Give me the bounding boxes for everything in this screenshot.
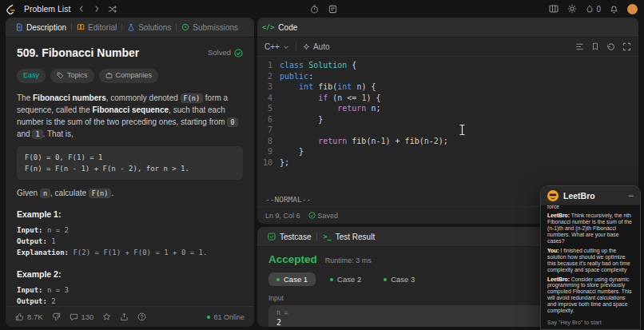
problem-list-link[interactable]: Problem List <box>24 4 70 14</box>
favorite-button[interactable] <box>102 312 111 321</box>
difficulty-badge[interactable]: Easy <box>17 69 46 83</box>
topbar-center <box>310 0 337 18</box>
code-line[interactable]: public: <box>280 71 638 82</box>
description-doc-icon <box>15 23 23 31</box>
bookmark-icon[interactable] <box>591 42 599 51</box>
leetbro-avatar <box>547 190 559 201</box>
next-problem-button[interactable] <box>93 5 101 13</box>
case-pass-dot <box>384 278 387 281</box>
leetbro-footer: Say "Hey Bro" to start <box>541 316 640 329</box>
chat-message: LeetBro: Think recursively, the nth Fibo… <box>547 213 634 245</box>
expand-icon[interactable] <box>622 42 631 51</box>
cursor-position: Ln 9, Col 6 <box>265 212 300 220</box>
topics-label: Topics <box>67 70 88 82</box>
saved-check-icon <box>308 212 316 219</box>
code-tab[interactable]: Code <box>278 23 297 32</box>
minimize-button[interactable]: − <box>628 191 634 201</box>
code-line[interactable]: } <box>280 114 638 125</box>
comments-button[interactable]: 130 <box>70 312 94 321</box>
streak-count: 0 <box>596 5 601 14</box>
terminal-icon: >_ <box>323 233 331 241</box>
given-statement: Given n, calculate F(n). <box>17 187 243 199</box>
code-line[interactable]: int fib(int n) { <box>280 82 638 93</box>
output-label: Output: <box>17 297 47 305</box>
tab-editorial[interactable]: Editorial <box>72 18 121 37</box>
case-tab[interactable]: Case 1 <box>268 272 316 286</box>
dislike-button[interactable] <box>52 312 61 321</box>
formula-line: F(0) = 0, F(1) = 1 <box>25 152 235 163</box>
editor-toolbar-icons <box>575 42 631 51</box>
testcase-check-icon <box>268 233 276 241</box>
like-button[interactable]: 8.7K <box>15 312 43 321</box>
input-value: n = 3 <box>47 286 69 294</box>
editorial-book-icon <box>77 23 85 31</box>
star-icon <box>102 312 111 321</box>
editor-lines[interactable]: class Solution {public: int fib(int n) {… <box>280 60 638 195</box>
online-dot <box>207 316 210 319</box>
editor-gutter: 12345678910 <box>257 60 280 195</box>
formula-block: F(0) = 0, F(1) = 1 F(n) = F(n - 1) + F(n… <box>17 146 243 181</box>
online-count: 81 Online <box>213 313 244 321</box>
timer-icon[interactable] <box>310 5 319 14</box>
language-label: C++ <box>264 42 280 51</box>
case-tab[interactable]: Case 3 <box>376 272 423 286</box>
example-2: Example 2: Input: n = 3 Output: 2 Explan… <box>17 268 243 306</box>
auto-toggle[interactable]: Auto <box>303 42 330 51</box>
tab-solutions[interactable]: Solutions <box>122 18 176 37</box>
briefcase-icon <box>105 72 113 79</box>
case-pass-dot <box>276 278 280 281</box>
solved-label: Solved <box>208 47 231 58</box>
code-line[interactable]: return n; <box>280 103 638 114</box>
case-tab[interactable]: Case 2 <box>322 272 369 286</box>
companies-pill[interactable]: Companies <box>99 69 159 83</box>
tab-label: Solutions <box>138 23 171 32</box>
solutions-flask-icon <box>127 23 135 31</box>
layout-icon[interactable] <box>549 4 559 14</box>
share-icon <box>120 312 129 321</box>
tab-description[interactable]: Description <box>10 18 71 37</box>
code-line[interactable]: if (n <= 1) { <box>280 93 638 104</box>
code-line[interactable]: class Solution { <box>280 60 638 71</box>
test-result-tab-label: Test Result <box>336 233 375 241</box>
feedback-button[interactable] <box>137 312 146 321</box>
format-code-icon[interactable] <box>575 42 584 51</box>
code-editor[interactable]: 12345678910 class Solution {public: int … <box>257 57 638 195</box>
tag-row: Easy Topics Companies <box>17 69 243 83</box>
code-line[interactable] <box>280 125 638 136</box>
settings-gear-icon[interactable] <box>567 4 577 14</box>
tab-testcase[interactable]: Testcase <box>262 233 316 241</box>
question-icon <box>137 312 146 321</box>
code-line[interactable]: } <box>280 146 638 157</box>
code-line[interactable]: }; <box>280 157 638 169</box>
line-number: 10 <box>257 157 272 169</box>
saved-label: Saved <box>318 212 339 220</box>
shuffle-icon[interactable] <box>108 5 117 14</box>
auto-label: Auto <box>313 42 330 51</box>
problem-description: The Fibonacci numbers, commonly denoted … <box>17 92 243 140</box>
streak-counter[interactable]: 0 <box>586 5 601 14</box>
share-button[interactable] <box>120 312 129 321</box>
topbar-right: 0 <box>549 4 638 14</box>
user-avatar[interactable] <box>627 4 638 14</box>
undo-icon[interactable] <box>606 42 615 51</box>
code-line[interactable]: return fib(n-1) + fib(n-2); <box>280 136 638 147</box>
output-value: 2 <box>51 297 55 305</box>
language-selector[interactable]: C++ <box>264 42 289 51</box>
notes-icon[interactable] <box>328 5 337 14</box>
input-label: Input: <box>17 226 43 234</box>
topics-pill[interactable]: Topics <box>50 69 94 83</box>
chat-message: LeetBro: Consider using dynamic programm… <box>547 276 634 314</box>
leetcode-logo[interactable] <box>6 4 17 14</box>
tab-test-result[interactable]: >_ Test Result <box>317 233 380 241</box>
companies-label: Companies <box>116 70 153 82</box>
tab-submissions[interactable]: Submissions <box>177 18 243 37</box>
tag-icon <box>57 72 64 79</box>
notifications-bell-icon[interactable] <box>610 4 618 14</box>
line-number: 5 <box>257 103 272 114</box>
line-number: 9 <box>257 146 272 157</box>
code-panel-header: </> Code <box>257 18 638 38</box>
line-number: 2 <box>257 71 272 82</box>
prev-problem-button[interactable] <box>78 5 85 13</box>
line-number: 8 <box>257 136 272 147</box>
example-title: Example 2: <box>17 268 243 281</box>
